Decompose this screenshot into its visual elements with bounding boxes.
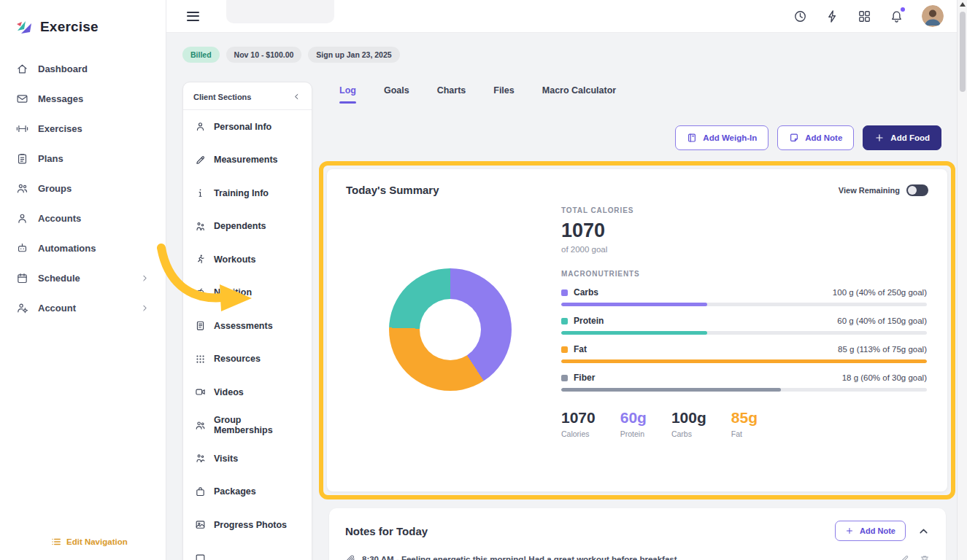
section-item-packages[interactable]: Packages <box>183 475 312 509</box>
macro-name: Fat <box>574 344 587 354</box>
plus-icon <box>874 133 885 143</box>
stat-label: Calories <box>561 429 596 438</box>
fat-color-swatch <box>561 346 568 353</box>
section-item-label: Nutrition <box>214 287 252 298</box>
section-item-training-info[interactable]: Training Info <box>183 176 312 210</box>
history-clock-icon[interactable] <box>793 9 807 23</box>
section-item-label: Progress Photos <box>214 520 287 530</box>
tab-goals[interactable]: Goals <box>384 85 409 104</box>
sidebar-item-label: Schedule <box>38 273 80 284</box>
add-weigh-in-button[interactable]: Add Weigh-In <box>675 125 768 150</box>
sidebar-item-dashboard[interactable]: Dashboard <box>0 54 166 84</box>
brand-logo[interactable]: Exercise <box>0 0 166 50</box>
tab-charts[interactable]: Charts <box>437 85 466 104</box>
section-item-measurements[interactable]: Measurements <box>183 144 312 177</box>
automation-bot-icon <box>16 242 28 254</box>
section-item-videos[interactable]: Videos <box>183 376 312 409</box>
signup-date-badge: Sign up Jan 23, 2025 <box>308 47 399 63</box>
tab-files[interactable]: Files <box>493 85 515 104</box>
user-avatar[interactable] <box>922 5 944 27</box>
section-item-personal-info[interactable]: Personal Info <box>183 110 312 144</box>
collapse-panel-icon[interactable] <box>292 92 301 101</box>
macro-value: 100 g (40% of 250g goal) <box>833 288 927 297</box>
macro-row-protein: Protein 60 g (40% of 150g goal) <box>561 316 927 335</box>
exercise-logo-icon <box>15 18 34 36</box>
section-item-assessments[interactable]: Assessments <box>183 309 312 343</box>
sidebar-item-label: Plans <box>38 153 63 164</box>
photo-icon <box>195 519 206 530</box>
sidebar-item-label: Dashboard <box>38 63 88 74</box>
hamburger-menu-icon[interactable] <box>187 9 199 23</box>
dumbbell-icon <box>16 122 28 135</box>
edit-navigation-label: Edit Navigation <box>66 537 128 546</box>
button-label: Add Note <box>805 133 842 142</box>
macro-name: Fiber <box>574 373 595 383</box>
scrollbar-up-arrow[interactable] <box>960 2 966 7</box>
section-item-label: Group Memberships <box>214 415 300 435</box>
sidebar-item-exercises[interactable]: Exercises <box>0 114 166 144</box>
fiber-progress-fill <box>561 388 781 392</box>
tab-macro-calculator[interactable]: Macro Calculator <box>542 85 616 104</box>
stat-value: 85g <box>731 409 758 427</box>
macro-name: Carbs <box>574 287 598 298</box>
delete-note-icon[interactable] <box>920 554 930 560</box>
section-item-progress-photos[interactable]: Progress Photos <box>183 508 312 542</box>
macro-row-carbs: Carbs 100 g (40% of 250g goal) <box>561 287 927 306</box>
fiber-progress-track <box>561 388 927 392</box>
fat-progress-fill <box>561 359 927 363</box>
sidebar-item-plans[interactable]: Plans <box>0 144 166 174</box>
section-item-dependents[interactable]: Dependents <box>183 210 312 244</box>
edit-navigation-button[interactable]: Edit Navigation <box>51 537 128 547</box>
edit-note-icon[interactable] <box>899 554 909 560</box>
stat-value: 1070 <box>561 409 596 427</box>
runner-icon <box>195 254 206 265</box>
total-calories-label: TOTAL CALORIES <box>561 206 927 214</box>
brand-name: Exercise <box>40 19 99 35</box>
sidebar-item-messages[interactable]: Messages <box>0 84 166 114</box>
summary-totals: 1070 Calories 60g Protein 100g Carbs 8 <box>561 409 927 438</box>
video-camera-icon <box>195 386 206 397</box>
sidebar-item-label: Automations <box>38 243 96 254</box>
summary-title: Today's Summary <box>346 184 439 196</box>
section-item-label: Training Info <box>214 188 269 198</box>
stat-value: 60g <box>620 409 647 427</box>
carbs-progress-track <box>561 303 927 306</box>
section-item-resources[interactable]: Resources <box>183 343 312 376</box>
sidebar-item-accounts[interactable]: Accounts <box>0 203 166 233</box>
sidebar-item-groups[interactable]: Groups <box>0 174 166 203</box>
people-icon <box>16 182 28 195</box>
notifications-bell[interactable] <box>890 9 904 23</box>
section-item-workouts[interactable]: Workouts <box>183 243 312 276</box>
apps-grid-icon[interactable] <box>858 9 871 23</box>
collapse-chevron-up-icon[interactable] <box>917 525 930 537</box>
total-fat-stat: 85g Fat <box>731 409 758 438</box>
button-label: Add Weigh-In <box>703 133 757 142</box>
todays-summary-card: Today's Summary View Remaining TOTAL CAL… <box>327 169 947 491</box>
section-item-group-memberships[interactable]: Group Memberships <box>183 409 312 443</box>
scrollbar-thumb[interactable] <box>960 12 966 92</box>
section-item-partial[interactable] <box>183 542 312 560</box>
notification-dot <box>901 7 905 12</box>
avatar-photo <box>922 5 944 27</box>
macro-name: Protein <box>574 316 604 326</box>
carbs-color-swatch <box>561 289 568 296</box>
apple-icon <box>195 287 206 298</box>
add-note-button[interactable]: Add Note <box>777 125 854 150</box>
section-item-label: Videos <box>214 387 244 397</box>
sidebar-item-account[interactable]: Account <box>0 293 166 323</box>
tab-log[interactable]: Log <box>339 85 356 104</box>
page-scrollbar[interactable] <box>957 0 967 560</box>
stat-label: Carbs <box>671 429 706 438</box>
notes-add-note-button[interactable]: Add Note <box>835 521 906 541</box>
section-item-nutrition[interactable]: Nutrition <box>183 276 312 310</box>
view-remaining-toggle[interactable] <box>906 184 928 196</box>
button-label: Add Note <box>860 526 895 535</box>
log-actions: Add Weigh-In Add Note Add Food <box>675 125 941 150</box>
sidebar-item-schedule[interactable]: Schedule <box>0 263 166 293</box>
sidebar-item-automations[interactable]: Automations <box>0 233 166 263</box>
section-item-visits[interactable]: Visits <box>183 442 312 475</box>
add-food-button[interactable]: Add Food <box>863 125 941 150</box>
people-icon <box>195 420 206 431</box>
lightning-icon[interactable] <box>825 9 839 23</box>
total-calories-stat: 1070 Calories <box>561 409 596 438</box>
